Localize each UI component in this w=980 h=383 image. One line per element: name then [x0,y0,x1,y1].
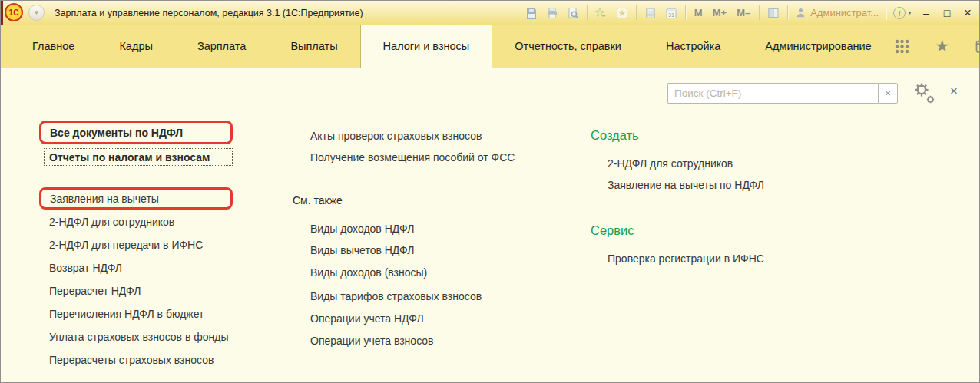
link-akty-proverok[interactable]: Акты проверок страховых взносов [310,130,482,142]
tab-nalogi-i-vznosy[interactable]: Налоги и взносы [360,25,493,68]
toolbar-separator [636,5,637,20]
calculator-icon[interactable] [644,6,657,20]
link-pereraschety-vznosov[interactable]: Перерасчеты страховых взносов [49,354,214,366]
link-uplata-vznosov[interactable]: Уплата страховых взносов в фонды [49,331,229,343]
link-vozvrat-ndfl[interactable]: Возврат НДФЛ [49,262,122,274]
toolbar-separator [787,5,788,20]
tab-zarplata[interactable]: Зарплата [175,25,269,68]
calendar-icon[interactable]: 31 [664,6,678,20]
toolbar-separator [587,5,588,20]
split-window-icon[interactable] [766,6,780,20]
link-vidy-tarifov[interactable]: Виды тарифов страховых взносов [310,290,482,302]
apps-grid-icon[interactable] [894,38,911,54]
link-perechisleniya-ndfl[interactable]: Перечисления НДФЛ в бюджет [49,308,204,320]
1c-logo: 1С [5,3,23,21]
tab-nastroyka[interactable]: Настройка [644,25,743,68]
toolbar-separator [685,5,686,20]
settings-gears-icon[interactable] [912,81,936,105]
link-pereraschet-ndfl[interactable]: Перерасчет НДФЛ [49,285,141,297]
user-name-label: Администрат... [810,7,879,18]
annotation-box-all-ndfl-docs: Все документы по НДФЛ [39,121,233,144]
app-window: 1С ▼ Зарплата и управление персоналом, р… [0,0,980,383]
memory-plus-button[interactable]: M+ [711,7,728,18]
system-menu-button[interactable]: ▼ [28,5,45,21]
link-vidy-dohodov-ndfl[interactable]: Виды доходов НДФЛ [310,223,414,235]
link-vse-dokumenty-po-ndfl[interactable]: Все документы по НДФЛ [50,127,183,139]
svg-text:31: 31 [668,12,674,17]
link-2ndfl-ifns[interactable]: 2-НДФЛ для передачи в ИФНС [49,239,203,251]
section-menu-bar: Главное Кадры Зарплата Выплаты Налоги и … [1,25,979,68]
search-input[interactable] [667,83,878,104]
search-clear-button[interactable]: × [878,83,898,104]
panel-close-icon[interactable]: × [950,84,958,97]
link-poluchenie-vozmeshcheniya[interactable]: Получение возмещения пособий от ФСС [310,151,515,163]
link-operacii-ucheta-vznosov[interactable]: Операции учета взносов [310,335,434,347]
close-button[interactable]: × [961,8,975,18]
link-vidy-vychetov-ndfl[interactable]: Виды вычетов НДФЛ [310,244,414,256]
chevron-down-icon: ▼ [907,10,912,15]
see-also-header: См. также [293,194,343,206]
title-bar: 1С ▼ Зарплата и управление персоналом, р… [1,1,979,25]
current-user[interactable]: Администрат... [795,7,879,18]
memory-minus-button[interactable]: M– [735,7,752,18]
titlebar-toolbar: 31 M M+ M– Администрат... i ▼ – □ × [525,1,975,25]
save-icon[interactable] [525,6,538,20]
annotation-box-zayavleniya: Заявления на вычеты [39,187,233,210]
link-operacii-ucheta-ndfl[interactable]: Операции учета НДФЛ [310,312,424,325]
link-otchety-po-nalogam[interactable]: Отчеты по налогам и взносам [49,151,210,163]
user-icon [795,7,806,18]
minimize-button[interactable]: – [919,7,933,19]
star-icon[interactable]: ★ [934,38,951,54]
create-section-header: Создать [591,128,639,143]
tab-otchetnost-spravki[interactable]: Отчетность, справки [492,25,644,68]
toolbar-separator [759,5,760,20]
toolbar-separator [886,5,886,20]
service-section-header: Сервис [591,223,634,238]
link-vidy-dohodov-vznosy[interactable]: Виды доходов (взносы) [310,266,427,279]
section-tabs: Главное Кадры Зарплата Выплаты Налоги и … [1,25,894,68]
link-2ndfl-sotrudnikov[interactable]: 2-НДФЛ для сотрудников [49,216,174,228]
focus-frame: Отчеты по налогам и взносам [44,148,233,166]
memory-recall-button[interactable]: M [693,7,704,18]
link-proverka-registracii[interactable]: Проверка регистрации в ИФНС [608,253,764,265]
print-preview-icon[interactable] [566,6,580,20]
tab-kadry[interactable]: Кадры [97,25,174,68]
favorite-add-icon[interactable] [594,6,608,20]
tab-vyplaty[interactable]: Выплаты [268,25,359,68]
favorites-icon[interactable] [615,6,629,20]
print-icon[interactable] [545,6,559,20]
history-icon[interactable] [974,38,980,54]
link-create-2ndfl[interactable]: 2-НДФЛ для сотрудников [608,157,733,170]
tab-glavnoe[interactable]: Главное [10,25,97,68]
link-create-zayavlenie[interactable]: Заявление на вычеты по НДФЛ [608,179,764,191]
menubar-tools: ★ [894,25,980,68]
link-zayavleniya-na-vychety[interactable]: Заявления на вычеты [50,193,159,205]
maximize-button[interactable]: □ [940,7,954,19]
info-menu[interactable]: i ▼ [893,7,912,19]
info-icon: i [893,7,906,19]
tab-administrirovanie[interactable]: Администрирование [743,25,893,68]
window-title: Зарплата и управление персоналом, редакц… [55,1,363,25]
